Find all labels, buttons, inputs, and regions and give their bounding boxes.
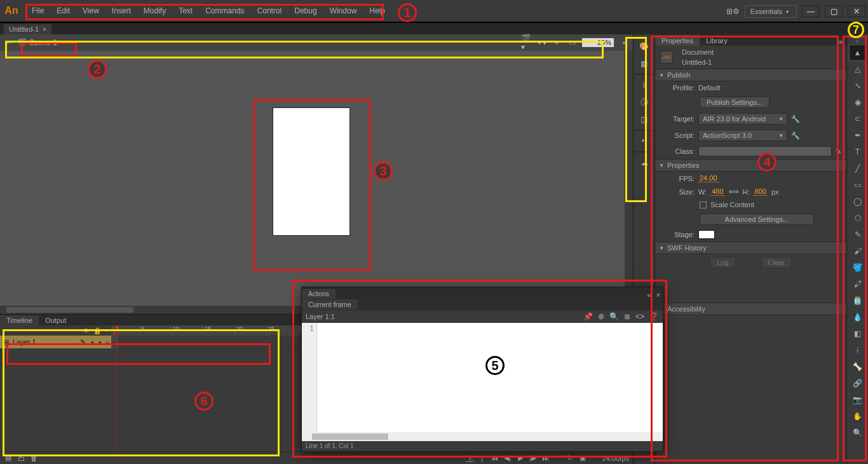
- class-edit-icon[interactable]: ✎: [836, 147, 841, 156]
- loop-icon[interactable]: ↻: [566, 454, 574, 462]
- publish-settings-button[interactable]: Publish Settings...: [700, 97, 770, 108]
- rectangle-tool-icon[interactable]: ▭: [849, 177, 867, 193]
- new-layer-icon[interactable]: ▤: [4, 454, 13, 462]
- width-tool-icon[interactable]: ⟊: [849, 342, 867, 358]
- panel-close-icon[interactable]: ×: [654, 291, 663, 299]
- sync-icon[interactable]: ⊞⚙: [726, 7, 740, 16]
- center-stage-icon[interactable]: ⌖: [552, 38, 562, 47]
- tab-library[interactable]: Library: [700, 35, 734, 46]
- close-button[interactable]: ✕: [848, 6, 865, 17]
- menu-view[interactable]: View: [76, 3, 105, 19]
- hand-tool-icon[interactable]: ✋: [849, 408, 867, 425]
- stage-vertical-scrollbar[interactable]: [625, 51, 633, 297]
- target-settings-icon[interactable]: 🔧: [791, 115, 800, 123]
- width-value[interactable]: 480: [710, 188, 724, 196]
- code-snippets-icon[interactable]: <>: [635, 312, 644, 321]
- maximize-button[interactable]: ▢: [825, 6, 843, 17]
- find-icon[interactable]: 🔍: [609, 312, 619, 321]
- layer-name[interactable]: Layer 1: [13, 338, 36, 346]
- editor-scrollbar[interactable]: [302, 432, 663, 441]
- line-tool-icon[interactable]: ╱: [849, 160, 867, 177]
- actions-tab[interactable]: Actions: [302, 289, 336, 299]
- layer-pencil-icon[interactable]: ✎: [80, 338, 86, 346]
- actions-panel[interactable]: Actions « × Current frame Layer 1:1 📌 ⊕ …: [301, 287, 663, 452]
- delete-layer-icon[interactable]: 🗑: [29, 454, 38, 462]
- menu-text[interactable]: Text: [172, 3, 199, 19]
- align-panel-icon[interactable]: ⫴: [634, 77, 654, 93]
- clip-icon[interactable]: ▭: [567, 38, 577, 47]
- oval-tool-icon[interactable]: ◯: [849, 193, 867, 210]
- class-input[interactable]: [698, 146, 832, 156]
- new-folder-icon[interactable]: 🗀: [17, 454, 25, 462]
- brush-panel-icon[interactable]: •ˈ: [634, 133, 654, 149]
- clear-button[interactable]: Clear: [761, 257, 792, 268]
- fps-value[interactable]: 24.00: [698, 174, 719, 182]
- menu-insert[interactable]: Insert: [105, 3, 137, 19]
- log-button[interactable]: Log: [710, 257, 735, 268]
- tab-output[interactable]: Output: [39, 315, 72, 325]
- menu-commands[interactable]: Commands: [199, 3, 250, 19]
- section-publish[interactable]: Publish: [655, 69, 846, 81]
- pencil-tool-icon[interactable]: ✎: [849, 226, 867, 243]
- zoom-dropdown-icon[interactable]: ▾: [619, 40, 629, 46]
- outline-icon[interactable]: ▫: [105, 327, 107, 334]
- ink-bottle-tool-icon[interactable]: 🫙: [849, 292, 867, 309]
- free-transform-tool-icon[interactable]: ⤡: [849, 78, 867, 94]
- pen-tool-icon[interactable]: ✒: [849, 127, 867, 144]
- menu-window[interactable]: Window: [323, 3, 363, 19]
- close-icon[interactable]: ×: [43, 26, 46, 33]
- code-editor[interactable]: 1: [302, 323, 663, 432]
- menu-edit[interactable]: Edit: [50, 3, 76, 19]
- collapse-icon[interactable]: «: [644, 291, 653, 299]
- paint-bucket-tool-icon[interactable]: 🪣: [849, 259, 867, 276]
- minimize-button[interactable]: —: [802, 6, 820, 17]
- eyedropper-tool-icon[interactable]: 💧: [849, 309, 867, 325]
- tab-properties[interactable]: Properties: [655, 35, 700, 46]
- tab-timeline[interactable]: Timeline: [0, 315, 39, 325]
- section-swf-history[interactable]: SWF History: [655, 242, 846, 254]
- bone-tool-icon[interactable]: 🦴: [849, 358, 867, 375]
- paintbrush-tool-icon[interactable]: 🖍: [849, 276, 867, 292]
- polystar-tool-icon[interactable]: ⬠: [849, 210, 867, 226]
- cloud-panel-icon[interactable]: ☁: [634, 154, 654, 171]
- camera-icon[interactable]: 📷: [465, 454, 474, 462]
- camera-tool-icon[interactable]: 📷: [849, 392, 867, 408]
- play-icon[interactable]: ▶: [516, 454, 525, 462]
- color-panel-icon[interactable]: 🎨: [634, 38, 654, 55]
- section-accessibility[interactable]: Accessibility: [655, 303, 846, 315]
- eraser-tool-icon[interactable]: ◧: [849, 325, 867, 342]
- menu-modify[interactable]: Modify: [137, 3, 172, 19]
- edit-scene-icon[interactable]: 🎬▾: [521, 34, 531, 51]
- swatches-panel-icon[interactable]: ▦: [634, 55, 654, 72]
- target-icon[interactable]: ⊕: [598, 312, 604, 321]
- onion-icon[interactable]: ▣: [578, 454, 587, 462]
- transform-panel-icon[interactable]: ◫: [634, 111, 654, 128]
- edit-symbol-icon[interactable]: ✦▾: [536, 38, 546, 47]
- pin-icon[interactable]: 📌: [583, 312, 593, 321]
- menu-debug[interactable]: Debug: [288, 3, 323, 19]
- script-settings-icon[interactable]: 🔧: [791, 132, 800, 140]
- lasso-tool-icon[interactable]: ⊂: [849, 111, 867, 127]
- document-tab[interactable]: Untitled-1×: [4, 24, 51, 34]
- height-value[interactable]: 800: [754, 188, 768, 196]
- current-frame-tab[interactable]: Current frame: [302, 299, 358, 310]
- visibility-icon[interactable]: 👁: [83, 327, 90, 334]
- subselection-tool-icon[interactable]: △: [849, 61, 867, 78]
- target-dropdown[interactable]: AIR 23.0 for Android▾: [698, 113, 787, 125]
- format-icon[interactable]: ≣: [624, 312, 630, 321]
- brush-tool-icon[interactable]: 🖌: [849, 243, 867, 259]
- text-tool-icon[interactable]: T: [849, 144, 867, 160]
- advanced-settings-button[interactable]: Advanced Settings...: [700, 214, 814, 225]
- goto-last-icon[interactable]: ⏭: [541, 454, 550, 462]
- menu-file[interactable]: File: [25, 3, 50, 19]
- zoom-tool-icon[interactable]: 🔍: [849, 425, 867, 441]
- stage-color-swatch[interactable]: [698, 230, 715, 239]
- goto-first-icon[interactable]: ⏮: [491, 454, 499, 462]
- help-icon[interactable]: ❓: [649, 312, 659, 321]
- stage[interactable]: [0, 51, 633, 306]
- lock-icon[interactable]: 🔒: [93, 327, 101, 334]
- selection-tool-icon[interactable]: ▲: [849, 44, 867, 61]
- scale-content-checkbox[interactable]: [700, 201, 707, 208]
- step-fwd-icon[interactable]: |▶: [529, 454, 538, 462]
- bind-tool-icon[interactable]: 🔗: [849, 375, 867, 392]
